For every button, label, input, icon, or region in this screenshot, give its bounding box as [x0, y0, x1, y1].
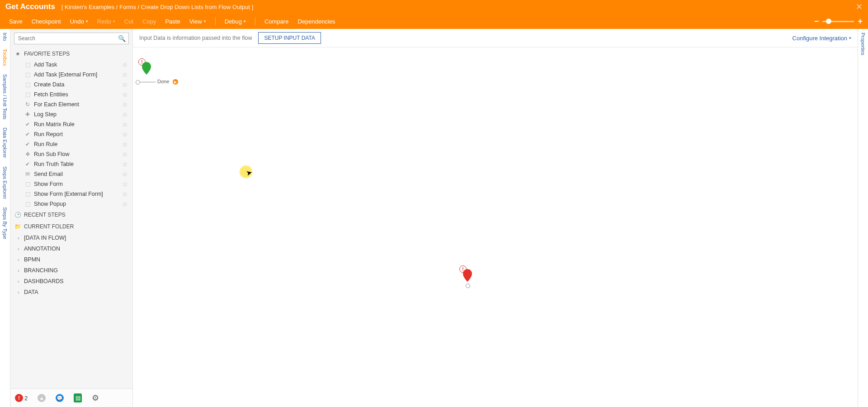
error-badge[interactable]: ! 2 [15, 394, 28, 402]
favorite-star-icon[interactable]: ☆ [122, 131, 128, 138]
close-icon[interactable]: ✕ [856, 2, 863, 12]
favorite-star-icon[interactable]: ☆ [122, 180, 128, 188]
menu-save[interactable]: Save [5, 16, 26, 27]
toolbox-step[interactable]: ✔Run Report☆ [10, 129, 132, 139]
search-input[interactable] [17, 35, 118, 42]
toolbox-step[interactable]: ✚Log Step☆ [10, 109, 132, 119]
step-label: Fetch Entities [34, 91, 122, 98]
current-folder-header[interactable]: 📁 CURRENT FOLDER [10, 221, 132, 232]
chevron-right-icon: › [18, 289, 24, 295]
toolbox-folder[interactable]: ›BPMN [10, 254, 132, 265]
toolbox-panel: 🔍 ★ FAVORITE STEPS ⬚Add Task☆⬚Add Task [… [10, 29, 133, 407]
gear-icon[interactable]: ⚙ [92, 393, 99, 403]
toolbox-step[interactable]: ✔Run Rule☆ [10, 139, 132, 149]
recent-header[interactable]: 🕑 RECENT STEPS [10, 209, 132, 221]
favorite-star-icon[interactable]: ☆ [122, 170, 128, 178]
toolbox-step[interactable]: ⬚Create Data☆ [10, 80, 132, 90]
toolbox-step[interactable]: ✉Send Email☆ [10, 169, 132, 179]
toolbox-step[interactable]: ⬚Show Form [External Form]☆ [10, 189, 132, 199]
toolbox-folder[interactable]: ›ANNOTATION [10, 243, 132, 254]
favorite-star-icon[interactable]: ☆ [122, 111, 128, 118]
favorite-star-icon[interactable]: ☆ [122, 91, 128, 98]
menu-view[interactable]: View▾ [186, 16, 210, 27]
folder-label: BRANCHING [24, 267, 58, 274]
toolbox-folder[interactable]: ›[DATA IN FLOW] [10, 232, 132, 243]
sidebar-footer: ! 2 ▲ 💬 ▤ ⚙ [10, 388, 132, 407]
warning-icon[interactable]: ▲ [38, 394, 46, 402]
step-port[interactable] [466, 284, 470, 288]
toolbox-step[interactable]: ⬚Add Task☆ [10, 60, 132, 70]
menu-redo[interactable]: Redo▾ [94, 16, 119, 27]
flow-canvas[interactable]: ! Done ▶ ! [133, 47, 858, 407]
favorite-star-icon[interactable]: ☆ [122, 161, 128, 168]
toolbox-step[interactable]: ✔Run Truth Table☆ [10, 159, 132, 169]
step-type-icon: ⬚ [24, 81, 31, 88]
rail-toolbox[interactable]: Toolbox [2, 48, 8, 67]
rail-steps-explorer[interactable]: Steps Explorer [2, 166, 8, 200]
favorite-star-icon[interactable]: ☆ [122, 81, 128, 88]
configure-integration[interactable]: Configure Integration ▾ [793, 35, 851, 42]
rail-info[interactable]: Info [2, 32, 8, 42]
rail-properties[interactable]: Properties [860, 32, 866, 56]
step-type-icon: ⬚ [24, 190, 31, 198]
menu-debug[interactable]: Debug▾ [221, 16, 250, 27]
menu-checkpoint[interactable]: Checkpoint [28, 16, 65, 27]
toolbox-step[interactable]: ⬚Fetch Entities☆ [10, 90, 132, 99]
step-type-icon: ✔ [24, 141, 31, 148]
favorite-star-icon[interactable]: ☆ [122, 190, 128, 198]
menu-paste[interactable]: Paste [161, 16, 184, 27]
favorite-star-icon[interactable]: ☆ [122, 101, 128, 108]
search-icon[interactable]: 🔍 [118, 35, 126, 42]
favorite-star-icon[interactable]: ☆ [122, 61, 128, 68]
step-label: Run Matrix Rule [34, 121, 122, 128]
toolbox-step[interactable]: ⬚Show Form☆ [10, 179, 132, 189]
chevron-down-icon: ▾ [849, 36, 851, 40]
toolbox-step[interactable]: ✔Run Matrix Rule☆ [10, 119, 132, 129]
favorite-star-icon[interactable]: ☆ [122, 151, 128, 158]
toolbox-step[interactable]: ❖Run Sub Flow☆ [10, 149, 132, 159]
toolbox-folder[interactable]: ›BRANCHING [10, 265, 132, 276]
error-icon: ! [15, 394, 23, 402]
favorite-star-icon[interactable]: ☆ [122, 141, 128, 148]
toolbox-folder[interactable]: ›DATA [10, 287, 132, 298]
zoom-in-button[interactable]: + [858, 17, 863, 26]
favorite-star-icon[interactable]: ☆ [122, 71, 128, 78]
start-step[interactable]: ! Done ▶ [142, 62, 151, 74]
menu-undo[interactable]: Undo▾ [66, 16, 92, 27]
toolbox-folder[interactable]: ›DASHBOARDS [10, 276, 132, 287]
favorites-header[interactable]: ★ FAVORITE STEPS [10, 48, 132, 60]
step-type-icon: ✔ [24, 161, 31, 168]
input-data-hint: Input Data is information passed into th… [139, 35, 252, 41]
zoom-slider-thumb[interactable] [826, 19, 831, 24]
setup-input-data-button[interactable]: SETUP INPUT DATA [258, 32, 321, 44]
toolbox-step[interactable]: ↻For Each Element☆ [10, 99, 132, 109]
notes-icon[interactable]: ▤ [74, 393, 82, 402]
favorite-star-icon[interactable]: ☆ [122, 200, 128, 208]
end-step[interactable]: ! [463, 269, 472, 281]
flow-title: Get Accounts [5, 2, 55, 11]
step-label: Send Email [34, 171, 122, 177]
main-menu: Save Checkpoint Undo▾ Redo▾ Cut Copy Pas… [0, 14, 868, 29]
step-label: Show Form [External Form] [34, 191, 122, 197]
menu-copy[interactable]: Copy [139, 16, 160, 27]
step-port[interactable] [136, 80, 140, 85]
menu-dependencies[interactable]: Dependencies [294, 16, 339, 27]
comments-icon[interactable]: 💬 [56, 394, 64, 402]
rail-steps-by-type[interactable]: Steps By Type [2, 206, 8, 240]
configure-integration-label: Configure Integration [793, 35, 847, 42]
zoom-slider[interactable] [822, 21, 854, 22]
zoom-controls: − + [814, 17, 863, 26]
done-path-arrow-icon[interactable]: ▶ [173, 79, 178, 85]
toolbox-step[interactable]: ⬚Show Popup☆ [10, 199, 132, 209]
step-label: For Each Element [34, 101, 122, 108]
toolbox-step[interactable]: ⬚Add Task [External Form]☆ [10, 70, 132, 80]
rail-data-explorer[interactable]: Data Explorer [2, 127, 8, 159]
favorite-star-icon[interactable]: ☆ [122, 121, 128, 128]
menu-compare[interactable]: Compare [261, 16, 292, 27]
menu-cut[interactable]: Cut [121, 16, 137, 27]
app-header: Get Accounts [ Kirsten's Examples / Form… [0, 0, 868, 29]
rail-samples[interactable]: Samples / Unit Tests [2, 73, 8, 120]
step-label: Show Popup [34, 201, 122, 207]
step-label: Add Task [34, 62, 122, 68]
zoom-out-button[interactable]: − [814, 17, 819, 26]
